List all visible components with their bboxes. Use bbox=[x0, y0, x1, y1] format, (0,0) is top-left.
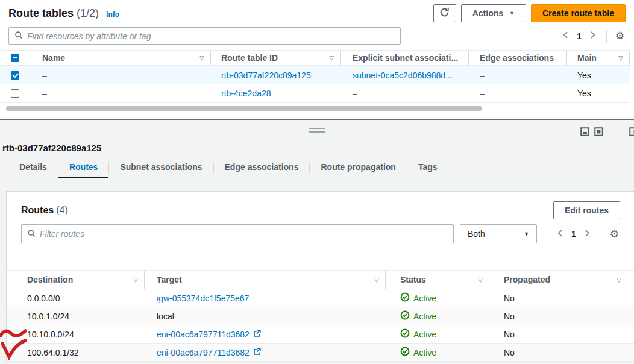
subnet-association-link[interactable]: subnet-0ca5c2d06b988d... bbox=[353, 71, 453, 80]
status-text: Active bbox=[413, 348, 436, 357]
column-header-route-table-id[interactable]: Route table ID ▽ bbox=[211, 51, 341, 65]
next-page-button[interactable] bbox=[586, 29, 599, 43]
external-link-icon[interactable] bbox=[253, 348, 261, 357]
sort-icon[interactable]: ▽ bbox=[133, 277, 138, 283]
status-cell: Active bbox=[400, 310, 436, 322]
refresh-button[interactable] bbox=[433, 4, 456, 22]
column-header-target[interactable]: Target ▽ bbox=[145, 271, 386, 289]
horizontal-scrollbar-thumb[interactable] bbox=[6, 106, 482, 111]
pager-divider bbox=[601, 227, 601, 240]
refresh-icon bbox=[439, 7, 450, 19]
name-cell: – bbox=[31, 66, 211, 84]
target-link[interactable]: eni-00ac6a797711d3682 bbox=[157, 348, 250, 357]
routes-table: Destination ▽ Target ▽ Status ▽ Propagat… bbox=[7, 270, 634, 362]
edge-associations-cell: – bbox=[469, 66, 567, 84]
route-row[interactable]: 0.0.0.0/0 igw-055374dc1f5e75e67 Active N… bbox=[7, 289, 634, 307]
horizontal-scrollbar bbox=[0, 106, 630, 111]
prev-page-button[interactable] bbox=[554, 227, 567, 241]
column-header-name[interactable]: Name ▽ bbox=[31, 51, 211, 65]
search-icon bbox=[27, 229, 40, 239]
tab-subnet-associations[interactable]: Subnet associations bbox=[109, 157, 213, 178]
page-title-text: Route tables bbox=[8, 7, 74, 19]
chevron-right-icon bbox=[584, 229, 591, 239]
column-header-main[interactable]: Main ▽ bbox=[567, 51, 630, 65]
table-row[interactable]: – rtb-4ce2da28 – – Yes bbox=[0, 84, 630, 103]
status-active-icon bbox=[400, 328, 410, 340]
tab-tags[interactable]: Tags bbox=[407, 157, 448, 178]
routes-count: (4) bbox=[56, 205, 68, 215]
target-text: local bbox=[157, 312, 174, 321]
propagated-cell: No bbox=[489, 348, 634, 357]
edge-associations-cell: – bbox=[469, 84, 567, 102]
destination-cell: 10.0.1.0/24 bbox=[20, 312, 145, 321]
table-settings-button[interactable]: ⚙ bbox=[614, 30, 626, 42]
next-page-button[interactable] bbox=[581, 227, 594, 241]
routes-scope-select[interactable]: Both ▼ bbox=[460, 224, 537, 243]
page-header: Route tables(1/2) Info Actions ▼ Create … bbox=[0, 0, 634, 27]
routes-settings-button[interactable]: ⚙ bbox=[609, 228, 620, 240]
result-count: (1/2) bbox=[77, 7, 99, 19]
route-row[interactable]: 100.64.0.1/32 eni-00ac6a797711d3682 Acti… bbox=[7, 344, 634, 362]
subnet-association-cell: – bbox=[341, 84, 469, 102]
destination-cell: 10.10.0.0/24 bbox=[20, 330, 145, 339]
tab-details[interactable]: Details bbox=[8, 157, 58, 178]
route-table-id-link[interactable]: rtb-4ce2da28 bbox=[221, 89, 271, 98]
route-row[interactable]: 10.10.0.0/24 eni-00ac6a797711d3682 Activ… bbox=[7, 325, 634, 344]
column-header-explicit-subnet[interactable]: Explicit subnet associati... bbox=[341, 51, 469, 65]
routes-table-header-row: Destination ▽ Target ▽ Status ▽ Propagat… bbox=[7, 270, 634, 289]
target-link[interactable]: eni-00ac6a797711d3682 bbox=[157, 330, 250, 339]
column-header-status[interactable]: Status ▽ bbox=[386, 271, 489, 289]
resource-search-box bbox=[8, 27, 401, 45]
status-text: Active bbox=[413, 293, 436, 303]
info-link[interactable]: Info bbox=[106, 10, 119, 19]
create-route-table-button[interactable]: Create route table bbox=[531, 4, 626, 22]
split-panel-drag-handle[interactable] bbox=[309, 128, 325, 133]
sort-icon[interactable]: ▽ bbox=[617, 277, 621, 283]
row-checkbox[interactable] bbox=[11, 89, 19, 98]
header-buttons: Actions ▼ Create route table bbox=[433, 4, 626, 22]
column-header-destination[interactable]: Destination ▽ bbox=[20, 271, 145, 289]
status-text: Active bbox=[413, 330, 436, 339]
destination-cell: 0.0.0.0/0 bbox=[20, 293, 145, 303]
select-all-checkbox[interactable] bbox=[11, 54, 19, 62]
tab-routes[interactable]: Routes bbox=[58, 157, 108, 178]
route-tables-page: Route tables(1/2) Info Actions ▼ Create … bbox=[0, 0, 634, 364]
actions-button[interactable]: Actions ▼ bbox=[461, 4, 526, 22]
routes-title: Routes(4) bbox=[21, 205, 68, 216]
edit-routes-button[interactable]: Edit routes bbox=[553, 201, 620, 219]
routes-card: Routes(4) Edit routes Both ▼ bbox=[6, 191, 634, 362]
routes-filter-row: Both ▼ 1 ⚙ bbox=[21, 224, 620, 243]
sort-icon[interactable]: ▽ bbox=[374, 277, 379, 283]
column-header-propagated[interactable]: Propagated ▽ bbox=[489, 271, 634, 289]
route-row[interactable]: 10.0.1.0/24 local Active No bbox=[7, 307, 634, 325]
prev-page-button[interactable] bbox=[559, 29, 572, 43]
target-link[interactable]: igw-055374dc1f5e75e67 bbox=[157, 293, 249, 303]
tab-edge-associations[interactable]: Edge associations bbox=[214, 157, 310, 178]
row-checkbox[interactable] bbox=[11, 71, 19, 80]
table-pagination: 1 ⚙ bbox=[559, 29, 626, 43]
status-active-icon bbox=[400, 347, 410, 358]
routes-filter-input[interactable] bbox=[40, 229, 448, 239]
toolbar: 1 ⚙ bbox=[0, 27, 634, 50]
panel-position-center-icon[interactable] bbox=[594, 127, 603, 136]
tab-route-propagation[interactable]: Route propagation bbox=[310, 157, 406, 178]
panel-position-side-icon[interactable] bbox=[629, 127, 634, 136]
sort-icon[interactable]: ▽ bbox=[618, 55, 623, 61]
sort-icon[interactable]: ▽ bbox=[329, 55, 334, 61]
main-cell: Yes bbox=[567, 66, 630, 84]
search-input[interactable] bbox=[27, 31, 395, 41]
sort-icon[interactable]: ▽ bbox=[199, 55, 204, 61]
status-cell: Active bbox=[400, 347, 436, 358]
external-link-icon[interactable] bbox=[253, 330, 261, 339]
sort-icon[interactable]: ▽ bbox=[478, 277, 483, 283]
name-cell: – bbox=[31, 84, 211, 102]
table-row[interactable]: – rtb-03d77af220c89a125 subnet-0ca5c2d06… bbox=[0, 66, 630, 84]
pager-divider bbox=[606, 30, 607, 43]
chevron-right-icon bbox=[589, 31, 596, 41]
panel-position-bottom-icon[interactable] bbox=[580, 127, 589, 136]
page-number[interactable]: 1 bbox=[577, 31, 582, 41]
search-icon bbox=[14, 31, 27, 41]
column-header-edge-associations[interactable]: Edge associations bbox=[469, 51, 567, 65]
page-number[interactable]: 1 bbox=[571, 229, 576, 239]
route-table-id-link[interactable]: rtb-03d77af220c89a125 bbox=[221, 71, 311, 80]
